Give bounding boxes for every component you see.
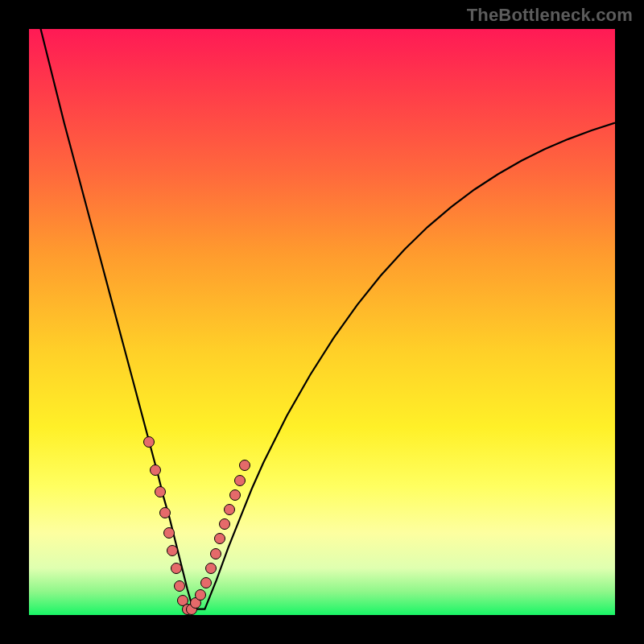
scatter-layer — [29, 29, 615, 615]
scatter-dot — [210, 548, 221, 559]
scatter-dot — [200, 577, 212, 588]
watermark-label: TheBottleneck.com — [467, 5, 633, 26]
scatter-dot — [195, 589, 206, 601]
scatter-dot — [174, 580, 185, 592]
scatter-dot — [155, 486, 166, 497]
scatter-dot — [159, 507, 171, 518]
scatter-dot — [171, 563, 182, 574]
scatter-dot — [224, 504, 235, 515]
scatter-dot — [239, 460, 250, 471]
scatter-dot — [214, 533, 225, 544]
scatter-dot — [205, 563, 217, 574]
scatter-dot — [219, 518, 230, 530]
scatter-dot — [167, 545, 178, 556]
scatter-dot — [229, 489, 241, 501]
scatter-dot — [234, 475, 246, 486]
plot-area — [29, 29, 615, 615]
scatter-dot — [143, 436, 155, 448]
scatter-dot — [163, 527, 175, 539]
scatter-dot — [150, 464, 161, 476]
chart-stage: TheBottleneck.com — [0, 0, 644, 644]
